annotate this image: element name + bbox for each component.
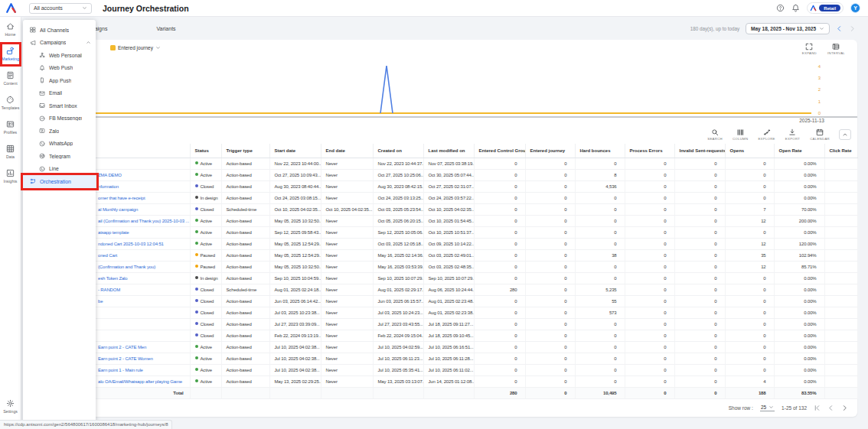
menu-item[interactable]: Campaigns xyxy=(23,37,96,50)
cell-trigger-type: Action-based xyxy=(221,307,269,318)
table-row[interactable]: nformation Closed Action-based Aug 30, 2… xyxy=(28,180,857,192)
column-header[interactable]: End date xyxy=(321,144,373,158)
sidebar-item[interactable]: Profiles xyxy=(0,115,21,139)
toolbar-button[interactable]: CALENDAR xyxy=(810,128,830,141)
prev-period-icon[interactable] xyxy=(836,25,843,32)
journey-link[interactable]: alo OA/Email/Whatsapp after playing Game xyxy=(98,379,182,384)
table-row[interactable]: esh Token Zalo In design Action-based Se… xyxy=(28,272,857,284)
sidebar-item[interactable]: Home xyxy=(0,17,21,41)
column-header[interactable]: Created on xyxy=(373,144,423,158)
table-row[interactable]: ndoned Cart 2025-10-03 12:04:51 Active A… xyxy=(28,238,857,249)
journey-link[interactable]: (Confirmation and Thank you) xyxy=(98,265,155,269)
journey-link[interactable]: ndoned Cart 2025-10-03 12:04:51 xyxy=(98,242,164,246)
column-header[interactable]: Entered journey xyxy=(525,144,575,158)
column-header[interactable]: Status xyxy=(190,144,221,158)
menu-item[interactable]: App Push xyxy=(23,74,96,87)
journey-link[interactable]: Earn point 2 - CATE Women xyxy=(98,356,153,361)
help-icon[interactable] xyxy=(776,4,785,12)
toolbar-button[interactable]: EXPLORE xyxy=(758,128,775,141)
column-header[interactable]: Start date xyxy=(269,144,321,158)
table-row[interactable]: ZMA DEMO Active Action-based Oct 27, 202… xyxy=(28,169,857,180)
journey-link[interactable]: al Monthly campaign xyxy=(98,207,138,212)
table-row[interactable]: be Closed Action-based Jun 03, 2025 06:1… xyxy=(28,295,857,307)
table-row[interactable]: omer that have e-receipt In design Actio… xyxy=(28,192,857,203)
journey-link[interactable]: nformation xyxy=(98,184,119,189)
menu-item[interactable]: Line xyxy=(23,163,96,176)
toolbar-button[interactable]: SEARCH xyxy=(707,128,723,141)
toolbar-button[interactable]: EXPORT xyxy=(785,128,800,141)
column-header[interactable]: Open Rate xyxy=(774,144,824,158)
table-row[interactable]: ail (Confirmation and Thank you) 2025-10… xyxy=(28,215,857,226)
table-row[interactable]: Closed Action-based Jul 27, 2023 03:39:0… xyxy=(28,318,857,330)
line-icon xyxy=(39,166,45,172)
interval-button[interactable]: INTERVAL xyxy=(827,43,845,55)
cell-invalid-sent-requests: 0 xyxy=(674,330,725,341)
table-row[interactable]: atsapp template Active Action-based Sep … xyxy=(28,226,857,238)
collapse-table-button[interactable] xyxy=(839,129,851,140)
menu-item[interactable]: Smart Inbox xyxy=(23,99,96,112)
next-page-icon[interactable] xyxy=(841,405,848,411)
sidebar-item[interactable]: Insights xyxy=(0,164,21,188)
column-header[interactable]: Last modified on xyxy=(423,144,474,158)
sidebar-item[interactable]: Templates xyxy=(0,90,21,115)
journey-link[interactable]: be xyxy=(98,299,103,304)
next-period-icon[interactable] xyxy=(849,25,856,32)
table-row[interactable]: Earn point 1 - Main rule Active Action-b… xyxy=(28,364,857,375)
journey-link[interactable]: Earn point 1 - Main rule xyxy=(98,368,143,372)
journey-link[interactable]: omer that have e-receipt xyxy=(98,196,145,200)
journey-link[interactable]: oned Cart xyxy=(98,253,117,258)
menu-item[interactable]: Web Personalize xyxy=(23,49,96,62)
table-row[interactable]: al Monthly campaign Closed Scheduled-tim… xyxy=(28,203,857,215)
column-header[interactable]: Trigger type xyxy=(221,144,269,158)
chart-legend[interactable]: Entered journey xyxy=(110,45,161,50)
journey-link[interactable]: ail (Confirmation and Thank you) 2025-10… xyxy=(98,219,189,223)
menu-item[interactable]: Telegram xyxy=(23,150,96,163)
table-row[interactable]: - RANDOM Closed Scheduled-time Aug 01, 2… xyxy=(28,284,857,295)
sidebar-item[interactable]: Data xyxy=(0,139,21,164)
column-header[interactable]: Entered Control Group xyxy=(474,144,525,158)
sidebar-item-settings[interactable]: Settings xyxy=(0,394,21,418)
prev-page-icon[interactable] xyxy=(827,405,834,411)
workspace-badge[interactable]: Retail xyxy=(807,2,844,14)
cell-created-on: Jul 03, 2025 10:24:23... xyxy=(373,307,423,318)
column-header[interactable]: Invalid Sent-requests xyxy=(674,144,725,158)
journey-link[interactable]: atsapp template xyxy=(98,230,129,235)
column-header[interactable]: Opens xyxy=(725,144,774,158)
menu-item[interactable]: Web Push xyxy=(23,62,96,75)
table-row[interactable]: oned Cart Paused Action-based May 05, 20… xyxy=(28,249,857,261)
column-header[interactable]: Click Rate xyxy=(824,144,857,158)
table-row[interactable]: (Confirmation and Thank you) Paused Acti… xyxy=(28,261,857,272)
table-row[interactable]: Earn point 2 - CATE Women Active Action-… xyxy=(28,353,857,364)
date-range-picker[interactable]: May 18, 2025 - Nov 13, 2025 xyxy=(746,23,830,34)
menu-item[interactable]: Zalo xyxy=(23,125,96,138)
table-row[interactable]: Active Action-based Nov 22, 2023 10:44:0… xyxy=(28,158,857,169)
account-selector[interactable]: All accounts xyxy=(29,3,92,14)
notifications-icon[interactable] xyxy=(791,4,800,12)
sidebar-item[interactable]: Marketing xyxy=(0,41,21,66)
menu-item[interactable]: Email xyxy=(23,87,96,100)
table-row[interactable]: Closed Action-based Jul 03, 2025 10:23:3… xyxy=(28,307,857,318)
status-dot xyxy=(195,322,198,325)
menu-item[interactable]: Orchestration xyxy=(23,175,96,188)
table-row[interactable]: Earn point 2 - CATE Men Active Action-ba… xyxy=(28,341,857,353)
menu-item[interactable]: FB Messenger xyxy=(23,112,96,125)
tab-variants[interactable]: Variants xyxy=(156,26,175,31)
sidebar-item[interactable]: Content xyxy=(0,66,21,90)
first-page-icon[interactable] xyxy=(814,405,821,411)
table-row[interactable]: Closed Action-based Feb 22, 2024 09:13:1… xyxy=(28,330,857,341)
cell-opens: 0 xyxy=(725,330,774,341)
journey-link[interactable]: esh Token Zalo xyxy=(98,276,127,281)
column-header[interactable]: Hard bounces xyxy=(575,144,625,158)
menu-item[interactable]: WhatsApp xyxy=(23,138,96,151)
journey-link[interactable]: - RANDOM xyxy=(98,288,120,292)
table-row[interactable]: alo OA/Email/Whatsapp after playing Game… xyxy=(28,375,857,387)
journey-link[interactable]: ZMA DEMO xyxy=(98,173,122,177)
toolbar-button[interactable]: COLUMN xyxy=(733,128,748,141)
status-badge: Active xyxy=(201,219,212,223)
journey-link[interactable]: Earn point 2 - CATE Men xyxy=(98,345,146,349)
column-header[interactable]: Process Errors xyxy=(625,144,674,158)
avatar[interactable]: Y xyxy=(850,3,860,13)
page-size-select[interactable]: 25 xyxy=(760,405,775,411)
menu-item[interactable]: All Channels xyxy=(23,24,96,37)
expand-button[interactable]: EXPAND xyxy=(802,43,817,55)
